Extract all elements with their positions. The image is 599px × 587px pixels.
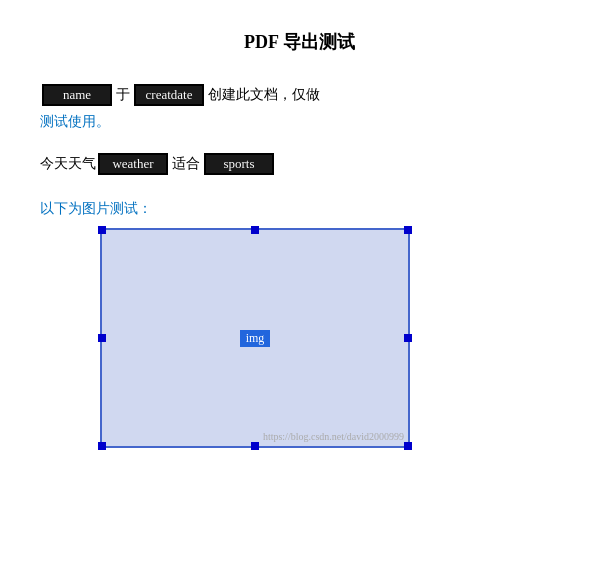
weather-prefix: 今天天气: [40, 151, 96, 176]
handle-right-mid: [404, 334, 412, 342]
field-sports[interactable]: sports: [204, 153, 274, 175]
suffix-text: 创建此文档，仅做: [208, 82, 320, 107]
paragraph-weather: 今天天气 weather 适合 sports: [40, 151, 559, 176]
image-placeholder: img: [100, 228, 410, 448]
handle-top-right: [404, 226, 412, 234]
paragraph-test-note: 测试使用。: [40, 113, 559, 131]
handle-top-mid: [251, 226, 259, 234]
connector-shige: 适合: [172, 151, 200, 176]
watermark: https://blog.csdn.net/david2000999: [263, 431, 404, 442]
field-creatdate[interactable]: creatdate: [134, 84, 204, 106]
handle-bottom-left: [98, 442, 106, 450]
field-name[interactable]: name: [42, 84, 112, 106]
handle-top-left: [98, 226, 106, 234]
image-section-label: 以下为图片测试：: [40, 200, 559, 218]
connector-yu: 于: [116, 82, 130, 107]
paragraph-name-date: name 于 creatdate 创建此文档，仅做: [40, 82, 559, 107]
image-container: img https://blog.csdn.net/david2000999: [100, 228, 410, 448]
img-label: img: [240, 330, 271, 347]
handle-bottom-right: [404, 442, 412, 450]
handle-left-mid: [98, 334, 106, 342]
handle-bottom-mid: [251, 442, 259, 450]
field-weather[interactable]: weather: [98, 153, 168, 175]
page-title: PDF 导出测试: [40, 30, 559, 54]
